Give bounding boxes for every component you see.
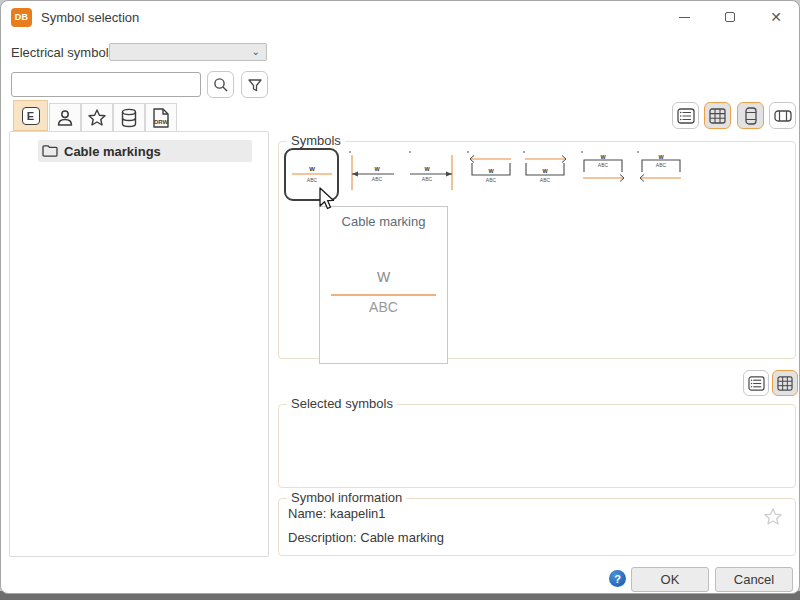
grid-view-icon <box>777 376 793 391</box>
svg-text:ABC: ABC <box>372 176 383 182</box>
svg-text:W: W <box>488 168 494 174</box>
symbols-grid-view-button[interactable] <box>704 102 731 129</box>
svg-text:ABC: ABC <box>422 176 433 182</box>
svg-text:W: W <box>658 154 664 160</box>
vertical-split-icon <box>745 107 757 125</box>
tree-item-cable-markings[interactable]: Cable markings <box>38 140 252 162</box>
symbol-thumbnail[interactable]: W ABC <box>521 150 571 194</box>
maximize-icon <box>725 12 735 22</box>
cable-marking-symbol: W ABC <box>521 150 571 194</box>
tooltip-title: Cable marking <box>320 214 447 229</box>
minimize-button[interactable] <box>661 1 707 33</box>
cable-marking-symbol: W ABC <box>289 160 335 190</box>
svg-text:ABC: ABC <box>656 162 667 168</box>
electrical-e-icon: E <box>22 107 40 125</box>
symbol-thumbnail[interactable]: W ABC <box>465 150 515 194</box>
titlebar[interactable]: DB Symbol selection ✕ <box>1 1 799 33</box>
favorite-star-icon[interactable] <box>763 507 783 527</box>
selected-symbols-legend: Selected symbols <box>287 396 397 411</box>
list-view-icon <box>748 376 765 391</box>
svg-text:W: W <box>424 166 430 172</box>
tab-electrical[interactable]: E <box>13 100 48 131</box>
person-icon <box>55 108 75 128</box>
svg-text:W: W <box>600 154 606 160</box>
svg-text:ABC: ABC <box>598 162 609 168</box>
help-button[interactable]: ? <box>609 570 626 587</box>
grid-view-icon <box>709 108 726 124</box>
drw-file-icon: DRW <box>151 107 171 129</box>
horizontal-split-icon <box>774 110 792 122</box>
help-icon: ? <box>614 573 621 585</box>
vertical-layout-button[interactable] <box>737 102 764 129</box>
tooltip-symbol-bottom-label: ABC <box>320 299 447 315</box>
database-icon <box>120 108 138 128</box>
electrical-symbols-label: Electrical symbols: <box>11 45 119 60</box>
symbols-list-view-button[interactable] <box>672 102 699 129</box>
svg-text:W: W <box>542 168 548 174</box>
symbol-tree-panel: Cable markings <box>9 131 269 557</box>
symbol-information-legend: Symbol information <box>287 490 406 505</box>
ok-button[interactable]: OK <box>631 567 709 592</box>
electrical-symbols-combobox[interactable]: ⌄ <box>109 43 267 61</box>
symbol-thumbnail[interactable]: W ABC <box>635 150 685 194</box>
symbol-preview-tooltip: Cable marking W ABC <box>319 206 448 364</box>
search-button[interactable] <box>207 71 234 98</box>
folder-icon <box>42 144 58 158</box>
tab-database[interactable] <box>113 103 145 131</box>
window-controls: ✕ <box>661 1 799 33</box>
search-icon <box>213 77 229 93</box>
star-icon <box>87 108 107 128</box>
tab-drawing[interactable]: DRW <box>145 103 177 131</box>
symbol-information-group: Symbol information Name: kaapelin1 Descr… <box>278 498 796 556</box>
horizontal-layout-button[interactable] <box>769 102 796 129</box>
cable-marking-symbol: W ABC <box>465 150 515 194</box>
symbol-thumbnail[interactable]: W ABC <box>579 150 629 194</box>
symbol-selection-dialog: DB Symbol selection ✕ Electrical symbols… <box>0 0 800 594</box>
cable-marking-symbol: W ABC <box>579 150 629 194</box>
svg-text:W: W <box>374 166 380 172</box>
tab-favorites[interactable] <box>81 103 113 131</box>
app-db-icon: DB <box>11 8 32 27</box>
maximize-button[interactable] <box>707 1 753 33</box>
svg-text:ABC: ABC <box>306 177 317 183</box>
filter-icon <box>247 77 263 93</box>
selected-list-view-button[interactable] <box>743 370 769 396</box>
symbol-name-line: Name: kaapelin1 <box>288 506 386 521</box>
tab-user[interactable] <box>49 103 81 131</box>
symbol-thumbnail[interactable]: W ABC <box>407 150 457 194</box>
svg-text:W: W <box>309 166 315 172</box>
cable-marking-symbol: W ABC <box>347 150 397 194</box>
close-button[interactable]: ✕ <box>753 1 799 33</box>
tooltip-symbol-line <box>331 294 436 296</box>
symbol-description-line: Description: Cable marking <box>288 530 444 545</box>
symbols-group-legend: Symbols <box>287 133 345 148</box>
search-input[interactable] <box>11 72 201 97</box>
chevron-down-icon: ⌄ <box>252 46 260 57</box>
selected-symbols-group: Selected symbols <box>278 404 796 488</box>
symbol-thumbnail[interactable]: W ABC <box>347 150 397 194</box>
cancel-button[interactable]: Cancel <box>715 567 793 592</box>
svg-text:ABC: ABC <box>486 177 497 183</box>
tooltip-symbol-top-label: W <box>320 269 447 285</box>
close-icon: ✕ <box>770 10 782 24</box>
svg-text:ABC: ABC <box>540 177 551 183</box>
svg-text:DRW: DRW <box>154 119 169 125</box>
tree-item-label: Cable markings <box>64 144 161 159</box>
selected-grid-view-button[interactable] <box>772 370 798 396</box>
window-title: Symbol selection <box>41 10 139 25</box>
list-view-icon <box>677 108 695 124</box>
cable-marking-symbol: W ABC <box>635 150 685 194</box>
minimize-icon <box>679 17 690 18</box>
filter-button[interactable] <box>241 71 268 98</box>
cable-marking-symbol: W ABC <box>407 150 457 194</box>
mouse-cursor <box>318 187 336 213</box>
